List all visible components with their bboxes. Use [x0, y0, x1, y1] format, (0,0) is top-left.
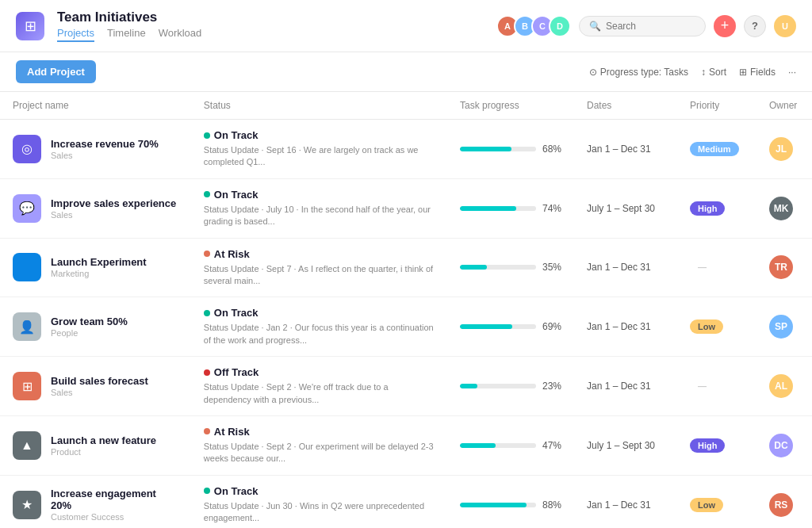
search-box[interactable]: 🔍: [579, 16, 706, 36]
project-team-1: Sales: [51, 210, 176, 220]
dates-text-5: July 1 – Sept 30: [574, 430, 677, 461]
project-info-6: Increase engagement 20% Customer Success: [51, 488, 178, 522]
priority-badge-3: Low: [690, 319, 723, 334]
status-cell-4: Off Track Status Update · Sept 2 · We're…: [191, 357, 447, 416]
progress-bar-bg-4: [460, 384, 536, 388]
progress-cell-3: 69%: [447, 297, 574, 357]
progress-bar-fill-1: [460, 206, 516, 211]
col-owner: Owner: [756, 92, 812, 120]
projects-table-container: Project name Status Task progress Dates …: [0, 92, 812, 528]
toolbar-right: ⊙ Progress type: Tasks ↕ Sort ⊞ Fields ·…: [589, 67, 796, 78]
owner-cell-1: MK: [756, 178, 812, 238]
owner-cell-0: JL: [756, 120, 812, 179]
progress-bar-bg-0: [460, 147, 536, 151]
progress-pct-5: 47%: [542, 440, 561, 451]
status-desc-2: Status Update · Sept 7 · As I reflect on…: [204, 263, 435, 288]
status-desc-4: Status Update · Sept 2 · We're off track…: [204, 381, 435, 406]
project-info-3: Grow team 50% People: [51, 316, 128, 338]
table-header-row: Project name Status Task progress Dates …: [0, 92, 812, 120]
status-badge-0: On Track: [204, 129, 435, 141]
sort-action[interactable]: ↕ Sort: [701, 67, 726, 78]
status-dot-2: [204, 251, 210, 257]
project-icon-3: 👤: [13, 312, 41, 341]
more-action[interactable]: ···: [788, 67, 796, 78]
nav-projects[interactable]: Projects: [57, 27, 94, 42]
owner-avatar-5: DC: [769, 434, 793, 457]
progress-type-action[interactable]: ⊙ Progress type: Tasks: [589, 67, 688, 78]
project-info-4: Build sales forecast Sales: [51, 375, 148, 397]
nav-workload[interactable]: Workload: [159, 27, 202, 42]
owner-cell-6: RS: [756, 475, 812, 528]
project-name-2: Launch Experiment: [51, 256, 147, 268]
fields-icon: ⊞: [739, 67, 747, 78]
app-icon: ⊞: [16, 12, 44, 40]
user-avatar[interactable]: U: [774, 15, 796, 37]
project-team-2: Marketing: [51, 269, 147, 278]
priority-cell-2: —: [677, 238, 756, 297]
sort-icon: ↕: [701, 67, 706, 78]
progress-bar-fill-5: [460, 443, 496, 448]
status-dot-1: [204, 191, 210, 197]
priority-badge-4: —: [690, 379, 714, 393]
progress-bar-bg-5: [460, 443, 536, 448]
progress-bar-fill-0: [460, 147, 511, 151]
search-input[interactable]: [606, 21, 695, 32]
progress-cell-0: 68%: [447, 120, 574, 179]
status-cell-3: On Track Status Update · Jan 2 · Our foc…: [191, 297, 447, 357]
status-cell-5: At Risk Status Update · Sept 2 · Our exp…: [191, 415, 447, 475]
progress-cell-2: 35%: [447, 238, 574, 297]
project-info-5: Launch a new feature Product: [51, 434, 156, 457]
table-row[interactable]: ★ Increase engagement 20% Customer Succe…: [0, 475, 812, 528]
header-nav: Projects Timeline Workload: [57, 27, 484, 42]
progress-bar-bg-3: [460, 324, 536, 329]
priority-cell-0: Medium: [677, 120, 756, 179]
priority-cell-3: Low: [677, 297, 756, 357]
col-dates: Dates: [574, 92, 677, 120]
dates-cell-3: Jan 1 – Dec 31: [574, 297, 677, 357]
status-cell-2: At Risk Status Update · Sept 7 · As I re…: [191, 238, 447, 297]
nav-timeline[interactable]: Timeline: [107, 27, 146, 42]
status-label-1: On Track: [214, 189, 259, 201]
status-dot-6: [204, 488, 210, 494]
status-badge-1: On Track: [204, 189, 435, 201]
project-name-5: Launch a new feature: [51, 434, 156, 446]
status-dot-5: [204, 428, 210, 434]
table-row[interactable]: 💬 Improve sales experience Sales On Trac…: [0, 178, 812, 238]
sort-label: Sort: [709, 67, 726, 78]
add-button[interactable]: +: [714, 15, 736, 37]
dates-text-0: Jan 1 – Dec 31: [574, 134, 677, 164]
progress-bar-bg-6: [460, 503, 536, 507]
project-cell-2: Launch Experiment Marketing: [0, 238, 191, 297]
help-button[interactable]: ?: [744, 15, 766, 37]
dates-text-6: Jan 1 – Dec 31: [574, 490, 677, 520]
progress-cell-4: 23%: [447, 357, 574, 416]
dates-text-1: July 1 – Sept 30: [574, 193, 677, 224]
status-dot-4: [204, 369, 210, 376]
status-cell-6: On Track Status Update · Jun 30 · Wins i…: [191, 475, 447, 528]
project-team-0: Sales: [51, 151, 159, 160]
project-cell-4: ⊞ Build sales forecast Sales: [0, 357, 191, 416]
project-team-4: Sales: [51, 388, 148, 397]
dates-cell-0: Jan 1 – Dec 31: [574, 120, 677, 179]
search-icon: 🔍: [589, 21, 601, 32]
table-row[interactable]: ◎ Increase revenue 70% Sales On Track St…: [0, 120, 812, 179]
table-row[interactable]: 👤 Grow team 50% People On Track Status U…: [0, 297, 812, 357]
project-icon-0: ◎: [13, 135, 41, 163]
progress-type-icon: ⊙: [589, 67, 597, 78]
add-project-button[interactable]: Add Project: [16, 60, 96, 83]
status-desc-5: Status Update · Sept 2 · Our experiment …: [204, 441, 435, 465]
page-title: Team Initiatives: [57, 10, 484, 25]
priority-cell-1: High: [677, 178, 756, 238]
project-cell-3: 👤 Grow team 50% People: [0, 297, 191, 357]
table-row[interactable]: ⊞ Build sales forecast Sales Off Track S…: [0, 357, 812, 416]
table-row[interactable]: Launch Experiment Marketing At Risk Stat…: [0, 238, 812, 297]
fields-action[interactable]: ⊞ Fields: [739, 67, 776, 78]
more-icon: ···: [788, 67, 796, 78]
priority-cell-4: —: [677, 357, 756, 416]
dates-cell-6: Jan 1 – Dec 31: [574, 475, 677, 528]
project-icon-4: ⊞: [13, 372, 41, 400]
table-row[interactable]: ▲ Launch a new feature Product At Risk S…: [0, 415, 812, 475]
dates-text-2: Jan 1 – Dec 31: [574, 252, 677, 282]
progress-pct-1: 74%: [542, 203, 561, 214]
project-name-0: Increase revenue 70%: [51, 138, 159, 150]
